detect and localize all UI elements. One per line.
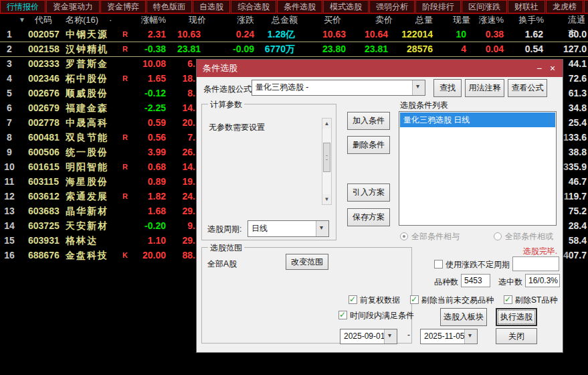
column-header-speed[interactable]: 涨速% — [478, 13, 504, 27]
menu-item[interactable]: 龙虎榜 — [546, 0, 583, 13]
date-from-value: 2025-09-01 — [344, 329, 385, 344]
cell-cap: 133.6 — [563, 130, 587, 145]
cell-num: 5 — [0, 86, 19, 100]
import-plan-button[interactable]: 引入方案 — [347, 183, 390, 202]
column-header-cap[interactable]: 流通市 — [568, 13, 588, 27]
column-filter-icon[interactable]: ▼ — [19, 13, 25, 27]
condition-stock-picker-dialog: 条件选股 − × 条件选股公式 量化三鸦选股 - 查找 用法注释 查看公式 计算… — [196, 59, 563, 353]
menu-item[interactable]: 阶段排行 — [415, 0, 461, 13]
menu-item[interactable]: 资金博弈 — [100, 0, 146, 13]
no-params-text: 无参数需要设置 — [209, 122, 265, 133]
column-header-pct[interactable]: 涨幅% — [140, 13, 166, 27]
column-header-code[interactable]: 代码 — [35, 13, 52, 27]
cell-code: 603612 — [28, 189, 60, 204]
selected-count-field[interactable]: 16/0.3% — [525, 274, 560, 287]
cell-name: 顺威股份 — [66, 86, 108, 100]
cell-code: 600481 — [28, 130, 60, 145]
column-header-amount[interactable]: 总金额 — [272, 13, 298, 27]
cell-cap: 335.9 — [563, 159, 587, 174]
forward-adjusted-checkbox[interactable] — [349, 295, 357, 304]
menu-item[interactable]: 条件选股 — [277, 0, 322, 13]
menu-item[interactable]: 模式选股 — [323, 0, 369, 13]
cell-cap: 407.7 — [563, 248, 587, 262]
cell-name: 罗普斯金 — [66, 56, 108, 71]
cell-amount: 1.28亿 — [268, 27, 295, 42]
cell-cap: 72.6 — [569, 71, 587, 86]
cell-change: 0.24 — [236, 27, 254, 42]
cell-pct: 2.31 — [148, 27, 166, 42]
scroll-up-icon[interactable]: ▲ — [322, 119, 331, 129]
date-from-combobox[interactable]: 2025-09-01 — [340, 329, 397, 344]
chevron-down-icon[interactable] — [316, 221, 328, 236]
cell-cap: 25.4 — [569, 115, 587, 130]
minimize-icon[interactable]: − — [533, 60, 545, 77]
cell-marker: R — [122, 42, 128, 56]
exclude-st-checkbox[interactable] — [504, 295, 512, 304]
view-formula-button[interactable]: 查看公式 — [508, 79, 547, 97]
cell-num: 9 — [0, 145, 19, 159]
column-header-turn[interactable]: 换手% — [518, 13, 544, 27]
cell-turn: 1.62 — [525, 27, 543, 42]
cell-pct: 3.99 — [148, 145, 166, 159]
delete-condition-button[interactable]: 删除条件 — [347, 136, 390, 154]
chevron-down-icon[interactable] — [464, 329, 477, 344]
time-range-checkbox[interactable] — [338, 311, 347, 319]
period-combobox[interactable]: 日线 — [248, 220, 329, 237]
column-header-change[interactable]: 涨跌 — [237, 13, 254, 27]
execute-select-button[interactable]: 执行选股 — [496, 308, 537, 326]
table-row[interactable]: 2002158汉钟精机R-0.3823.81-0.096770万23.8023.… — [0, 42, 588, 57]
cell-cap: 61.3 — [569, 86, 587, 100]
column-header-price[interactable]: 现价 — [189, 13, 206, 27]
column-header-sell[interactable]: 卖价 — [375, 13, 393, 27]
scrollbar-thumb[interactable] — [323, 143, 330, 172]
exclude-untraded-checkbox[interactable] — [410, 295, 419, 304]
save-plan-button[interactable]: 保存方案 — [347, 208, 390, 226]
date-to-combobox[interactable]: 2025-11-05 — [420, 329, 478, 344]
cell-num: 6 — [0, 100, 19, 115]
condition-list-item[interactable]: 量化三鸦选股 日线 — [400, 112, 555, 127]
scroll-down-icon[interactable]: ▼ — [322, 194, 331, 204]
table-row[interactable]: 1002057中钢天源R2.3110.630.241.28亿10.6310.64… — [0, 27, 588, 42]
dialog-titlebar[interactable]: 条件选股 — [197, 60, 563, 77]
menu-item[interactable]: 行情报价 — [0, 0, 45, 13]
menu-item[interactable]: 外资流向 — [584, 0, 588, 13]
cell-name: 格林达 — [66, 233, 98, 248]
status-text: 选股完毕. — [523, 246, 557, 257]
menu-item[interactable]: 综合选股 — [231, 0, 276, 13]
column-header-vol[interactable]: 总量 — [415, 13, 433, 27]
cell-num: 10 — [0, 159, 19, 174]
change-range-button[interactable]: 改变范围 — [286, 254, 328, 270]
cell-cur: 10 — [456, 27, 466, 42]
close-icon[interactable]: × — [547, 60, 559, 77]
menu-item[interactable]: 强弱分析 — [369, 0, 415, 13]
cell-pricefrag: 88. — [183, 248, 195, 262]
cell-pct: 1.68 — [148, 204, 166, 218]
cell-pct: 1.65 — [148, 71, 166, 86]
column-header-name[interactable]: 名称(16) — [66, 13, 98, 27]
cell-cap: 58.4 — [569, 233, 587, 248]
params-scrollbar[interactable]: ▲ ▼ — [322, 118, 332, 205]
menu-item[interactable]: 财联社 — [508, 0, 545, 13]
cell-speed: 0.38 — [486, 27, 504, 42]
variable-period-input[interactable] — [512, 256, 559, 271]
species-count-field[interactable]: 5453 — [461, 274, 490, 287]
menu-item[interactable]: 资金驱动力 — [46, 0, 100, 13]
cell-vol: 28576 — [407, 42, 433, 56]
variable-period-checkbox[interactable] — [434, 260, 443, 269]
column-header-buy[interactable]: 买价 — [324, 13, 341, 27]
usage-notes-button[interactable]: 用法注释 — [465, 79, 504, 97]
menu-item[interactable]: 自选股 — [193, 0, 230, 13]
add-condition-button[interactable]: 加入条件 — [347, 112, 390, 130]
cell-code: 603725 — [28, 218, 60, 233]
chevron-down-icon[interactable] — [384, 329, 397, 344]
find-button[interactable]: 查找 — [433, 79, 462, 97]
formula-combobox[interactable]: 量化三鸦选股 - — [252, 80, 425, 96]
close-button[interactable]: 关闭 — [496, 328, 537, 344]
menu-item[interactable]: 特色版面 — [146, 0, 192, 13]
chevron-down-icon[interactable] — [412, 80, 425, 95]
menu-item[interactable]: 区间涨跌 — [462, 0, 507, 13]
condition-listbox[interactable]: 量化三鸦选股 日线 — [399, 111, 557, 226]
select-into-block-button[interactable]: 选股入板块 — [440, 308, 487, 326]
column-header-cur[interactable]: 现量 — [453, 13, 470, 27]
cell-marker: K — [122, 248, 128, 262]
